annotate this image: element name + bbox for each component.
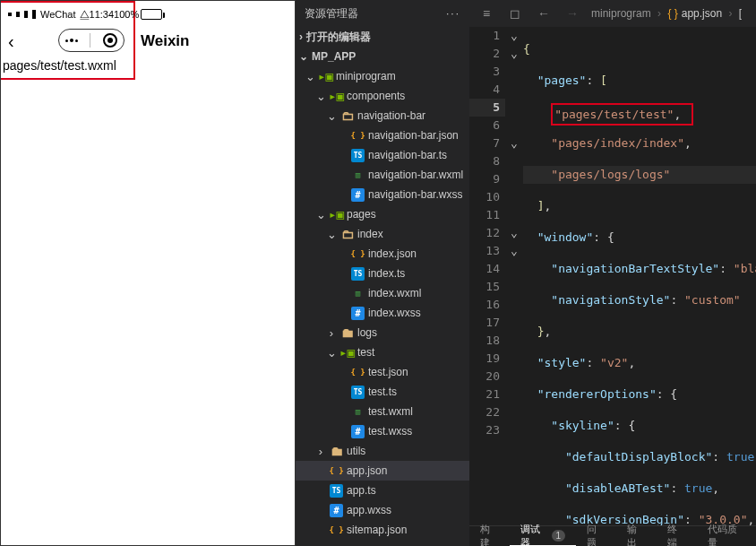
file-test-ts[interactable]: TStest.ts <box>296 382 469 402</box>
folder-icon: ▸▣ <box>330 208 343 221</box>
line-number-gutter: 123 456 789 101112 131415 161718 192021 … <box>469 27 505 525</box>
json-icon: { } <box>330 464 343 478</box>
collapse-icon[interactable]: ≡ <box>477 6 496 21</box>
folder-miniprogram[interactable]: ▸▣miniprogram <box>296 66 469 86</box>
wxml-icon: ▥ <box>351 287 365 300</box>
editor-body[interactable]: 123 456 789 101112 131415 161718 192021 … <box>469 27 756 525</box>
editor-tab-bar: ≡ ◻ ← → miniprogram › { }app.json › [ <box>469 0 756 27</box>
battery-percent: 100% <box>114 9 139 20</box>
file-navigation-bar-ts[interactable]: TSnavigation-bar.ts <box>296 145 469 165</box>
folder-icon: 🖿 <box>340 326 354 340</box>
json-icon: { } <box>351 366 365 379</box>
json-icon: { } <box>351 129 365 143</box>
breadcrumb[interactable]: miniprogram › { }app.json › [ <box>591 7 742 20</box>
project-root-section[interactable]: MP_APP <box>296 47 469 66</box>
bookmark-icon[interactable]: ◻ <box>505 6 525 21</box>
code-editor: ≡ ◻ ← → miniprogram › { }app.json › [ 12… <box>469 0 756 546</box>
file-app-ts[interactable]: TSapp.ts <box>296 481 469 500</box>
miniprogram-capsule[interactable] <box>58 29 125 52</box>
wxss-icon: # <box>351 307 365 320</box>
page-content-text: pages/test/test.wxml <box>1 56 133 78</box>
json-icon: { } <box>351 247 365 261</box>
nav-back-icon[interactable]: ← <box>534 6 554 21</box>
tab-build[interactable]: 构建 <box>469 526 510 546</box>
folder-icon: 🗀 <box>340 228 354 241</box>
explorer-panel: 资源管理器 ··· 打开的编辑器 MP_APP ▸▣miniprogram ▸▣… <box>296 0 469 546</box>
explorer-more-icon[interactable]: ··· <box>446 7 460 20</box>
folder-navigation-bar[interactable]: 🗀navigation-bar <box>296 106 469 126</box>
ts-icon: TS <box>351 386 365 399</box>
file-test-wxml[interactable]: ▥test.wxml <box>296 402 469 421</box>
wifi-icon: ⧋ <box>80 8 90 21</box>
file-sitemap-json[interactable]: { }sitemap.json <box>296 520 469 540</box>
file-navigation-bar-wxss[interactable]: #navigation-bar.wxss <box>296 185 469 204</box>
wxss-icon: # <box>351 425 365 438</box>
tab-problems[interactable]: 问题 <box>576 526 616 546</box>
folder-test[interactable]: ▸▣test <box>296 342 469 362</box>
json-icon: { } <box>667 7 677 20</box>
ts-icon: TS <box>351 149 365 162</box>
simulator-status-bar: WeChat ⧋ 11:34 100% <box>1 3 133 26</box>
wxml-icon: ▥ <box>351 405 365 419</box>
file-navigation-bar-wxml[interactable]: ▥navigation-bar.wxml <box>296 165 469 185</box>
capsule-close-icon[interactable] <box>103 33 117 48</box>
tab-output[interactable]: 输出 <box>616 526 657 546</box>
folder-icon: ▸▣ <box>340 346 354 360</box>
carrier-name: WeChat <box>40 9 76 20</box>
folder-pages[interactable]: ▸▣pages <box>296 204 469 224</box>
wxss-icon: # <box>351 188 365 202</box>
wxml-icon: ▥ <box>351 169 365 182</box>
file-index-ts[interactable]: TSindex.ts <box>296 264 469 283</box>
file-navigation-bar-json[interactable]: { }navigation-bar.json <box>296 126 469 145</box>
code-content[interactable]: { "pages": [ "pages/test/test", "pages/i… <box>523 27 756 525</box>
tab-terminal[interactable]: 终端 <box>657 526 697 546</box>
folder-icon: ▸▣ <box>330 90 343 103</box>
status-time: 11:34 <box>90 9 115 20</box>
folder-icon: ▸▣ <box>319 70 332 83</box>
folder-icon: 🗀 <box>340 109 354 123</box>
tab-debugger[interactable]: 调试器 1 <box>510 526 576 546</box>
file-test-wxss[interactable]: #test.wxss <box>296 421 469 441</box>
folder-icon: 🖿 <box>330 445 343 458</box>
file-index-wxss[interactable]: #index.wxss <box>296 303 469 323</box>
debugger-badge: 1 <box>552 530 566 542</box>
nav-forward-icon[interactable]: → <box>563 6 582 21</box>
file-test-json[interactable]: { }test.json <box>296 362 469 382</box>
bottom-panel-tabs: 构建 调试器 1 问题 输出 终端 代码质量 <box>469 525 756 546</box>
file-index-wxml[interactable]: ▥index.wxml <box>296 283 469 303</box>
file-app-json[interactable]: { }app.json <box>296 461 469 481</box>
folder-components[interactable]: ▸▣components <box>296 86 469 106</box>
open-editors-section[interactable]: 打开的编辑器 <box>296 27 469 47</box>
json-icon: { } <box>330 524 343 537</box>
folder-index[interactable]: 🗀index <box>296 224 469 244</box>
capsule-menu-icon[interactable] <box>65 39 78 42</box>
folder-logs[interactable]: 🖿logs <box>296 323 469 342</box>
file-tree[interactable]: ▸▣miniprogram ▸▣components 🗀navigation-b… <box>296 66 469 546</box>
ts-icon: TS <box>330 484 343 498</box>
ts-icon: TS <box>351 267 365 281</box>
wechat-simulator: WeChat ⧋ 11:34 100% ‹ Weixin pages/test/… <box>0 0 296 546</box>
tab-code-quality[interactable]: 代码质量 <box>697 526 756 546</box>
simulator-navbar: ‹ Weixin <box>1 26 133 56</box>
file-index-json[interactable]: { }index.json <box>296 244 469 264</box>
file-app-wxss[interactable]: #app.wxss <box>296 500 469 520</box>
explorer-title: 资源管理器 <box>305 6 358 22</box>
nav-title: Weixin <box>141 32 189 50</box>
explorer-header: 资源管理器 ··· <box>296 0 469 27</box>
fold-gutter[interactable]: ⌄⌄ ⌄ ⌄⌄ <box>505 27 523 525</box>
folder-utils[interactable]: 🖿utils <box>296 441 469 461</box>
back-icon[interactable]: ‹ <box>6 32 14 50</box>
wxss-icon: # <box>330 504 343 517</box>
